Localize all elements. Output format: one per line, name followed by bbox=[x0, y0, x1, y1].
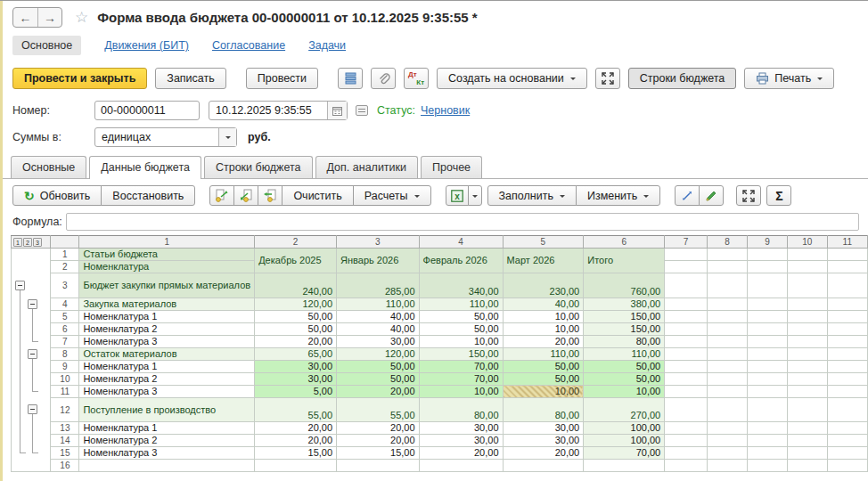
grid-cell-value[interactable]: 100,00 bbox=[584, 422, 665, 435]
grid-cell-value[interactable]: 120,00 bbox=[255, 298, 337, 311]
collapse-button[interactable] bbox=[28, 299, 37, 309]
grid-cell-value[interactable]: 380,00 bbox=[584, 298, 665, 311]
grid-cell-label[interactable]: Номенклатура 1 bbox=[79, 422, 255, 435]
grid-cell-value[interactable]: 10,00 bbox=[419, 386, 503, 398]
grid-cell-empty[interactable] bbox=[748, 398, 788, 422]
grid-cell-empty[interactable] bbox=[788, 323, 827, 336]
grid-cell-value[interactable]: 150,00 bbox=[584, 323, 665, 336]
grid-cell-empty[interactable] bbox=[665, 298, 708, 311]
grid-cell-empty[interactable] bbox=[665, 447, 708, 460]
row-number[interactable]: 3 bbox=[51, 273, 79, 298]
grid-cell-empty[interactable] bbox=[748, 348, 788, 361]
grid-cell-empty[interactable] bbox=[827, 298, 867, 311]
grid-cell-empty[interactable] bbox=[708, 348, 748, 361]
grid-cell-empty[interactable] bbox=[788, 422, 827, 435]
grid-cell-empty[interactable] bbox=[665, 336, 708, 348]
grid-cell-empty[interactable] bbox=[665, 435, 708, 447]
row-number[interactable]: 12 bbox=[51, 398, 79, 422]
fill-button[interactable]: Заполнить bbox=[487, 185, 577, 206]
grid-cell-value[interactable]: 20,00 bbox=[503, 447, 584, 460]
collapse-button[interactable] bbox=[28, 404, 37, 414]
grid-cell-value[interactable] bbox=[503, 460, 584, 472]
grid-cell-empty[interactable] bbox=[708, 460, 748, 472]
grid-cell-value[interactable]: 110,00 bbox=[584, 348, 665, 361]
grid-cell-value[interactable]: 5,00 bbox=[255, 386, 337, 398]
grid-cell-value[interactable]: 80,00 bbox=[503, 398, 584, 422]
grid-cell-label[interactable]: Номенклатура 1 bbox=[79, 311, 255, 323]
load-settings-button[interactable] bbox=[233, 185, 258, 206]
forward-button[interactable]: → bbox=[37, 8, 61, 27]
grid-cell-value[interactable]: 230,00 bbox=[503, 273, 584, 298]
favorite-star-icon[interactable]: ☆ bbox=[75, 8, 88, 27]
column-header[interactable]: 1 bbox=[79, 236, 255, 249]
grid-cell-empty[interactable] bbox=[708, 336, 748, 348]
row-number[interactable]: 10 bbox=[51, 373, 79, 386]
grid-cell-empty[interactable] bbox=[827, 435, 867, 447]
tab-budget-lines[interactable]: Строки бюджета bbox=[204, 156, 313, 178]
grid-cell-empty[interactable] bbox=[827, 386, 867, 398]
grid-cell-value[interactable]: 20,00 bbox=[419, 447, 503, 460]
change-button[interactable]: Изменить bbox=[576, 185, 660, 206]
grid-cell-empty[interactable] bbox=[708, 386, 748, 398]
grid-cell-empty[interactable] bbox=[788, 460, 827, 472]
grid-cell-empty[interactable] bbox=[748, 336, 788, 348]
grid-cell-value[interactable] bbox=[337, 460, 419, 472]
grid-cell-label[interactable]: Номенклатура 3 bbox=[79, 447, 255, 460]
grid-cell-value[interactable] bbox=[255, 460, 337, 472]
grid-cell-empty[interactable] bbox=[748, 373, 788, 386]
grid-cell-value[interactable]: 80,00 bbox=[584, 336, 665, 348]
grid-cell-empty[interactable] bbox=[708, 298, 748, 311]
grid-cell-empty[interactable] bbox=[827, 323, 867, 336]
grid-cell-empty[interactable] bbox=[665, 422, 708, 435]
row-number[interactable]: 8 bbox=[51, 348, 79, 361]
grid-cell-empty[interactable] bbox=[788, 298, 827, 311]
grid-cell-value[interactable]: 50,00 bbox=[503, 361, 584, 373]
attachments-button[interactable] bbox=[371, 68, 396, 89]
grid-cell-empty[interactable] bbox=[708, 398, 748, 422]
history-list-button[interactable] bbox=[356, 105, 368, 116]
grid-cell-value[interactable]: 50,00 bbox=[419, 311, 503, 323]
refresh-button[interactable]: ↻ Обновить bbox=[12, 185, 102, 206]
grid-cell-value[interactable]: 70,00 bbox=[419, 361, 503, 373]
grid-cell-value[interactable]: 55,00 bbox=[337, 398, 419, 422]
grid-cell-period[interactable]: Итого bbox=[584, 249, 665, 273]
grid-cell-empty[interactable] bbox=[748, 249, 788, 261]
restore-button[interactable]: Восстановить bbox=[101, 185, 195, 206]
grid-cell-value[interactable]: 10,00 bbox=[419, 336, 503, 348]
column-header[interactable]: 4 bbox=[419, 236, 503, 249]
row-number[interactable]: 11 bbox=[51, 386, 79, 398]
save-settings-button[interactable] bbox=[209, 185, 234, 206]
tab-main[interactable]: Основные bbox=[11, 156, 86, 178]
excel-export-button[interactable]: x bbox=[446, 185, 469, 206]
row-number[interactable]: 1 bbox=[51, 249, 79, 261]
grid-cell-label[interactable]: Номенклатура bbox=[79, 261, 255, 273]
grid-cell-value[interactable]: 30,00 bbox=[503, 435, 584, 447]
row-number[interactable]: 6 bbox=[51, 323, 79, 336]
budget-lines-button[interactable]: Строки бюджета bbox=[628, 68, 737, 89]
grid-cell-value[interactable]: 50,00 bbox=[584, 373, 665, 386]
grid-cell-period[interactable]: Январь 2026 bbox=[337, 249, 419, 273]
grid-cell-value[interactable]: 55,00 bbox=[255, 398, 337, 422]
grid-cell-empty[interactable] bbox=[665, 373, 708, 386]
grid-cell-empty[interactable] bbox=[788, 386, 827, 398]
column-header[interactable]: 8 bbox=[708, 236, 748, 249]
grid-cell-empty[interactable] bbox=[708, 373, 748, 386]
column-header[interactable]: 10 bbox=[788, 236, 827, 249]
grid-cell-empty[interactable] bbox=[748, 386, 788, 398]
grid-cell-value[interactable]: 150,00 bbox=[419, 348, 503, 361]
units-value[interactable]: единицах bbox=[95, 131, 218, 143]
grid-cell-empty[interactable] bbox=[708, 261, 748, 273]
grid-cell-empty[interactable] bbox=[827, 373, 867, 386]
create-based-on-button[interactable]: Создать на основании bbox=[437, 68, 587, 89]
grid-cell-empty[interactable] bbox=[788, 261, 827, 273]
grid-cell-empty[interactable] bbox=[665, 311, 708, 323]
grid-cell-value[interactable]: 100,00 bbox=[584, 435, 665, 447]
grid-cell-empty[interactable] bbox=[788, 398, 827, 422]
grid-cell-empty[interactable] bbox=[665, 398, 708, 422]
back-button[interactable]: ← bbox=[13, 8, 37, 27]
grid-cell-label[interactable]: Номенклатура 2 bbox=[79, 435, 255, 447]
calendar-button[interactable] bbox=[327, 102, 347, 119]
grid-cell-empty[interactable] bbox=[827, 348, 867, 361]
write-button[interactable]: Записать bbox=[155, 68, 225, 89]
grid-cell-value[interactable]: 70,00 bbox=[584, 447, 665, 460]
